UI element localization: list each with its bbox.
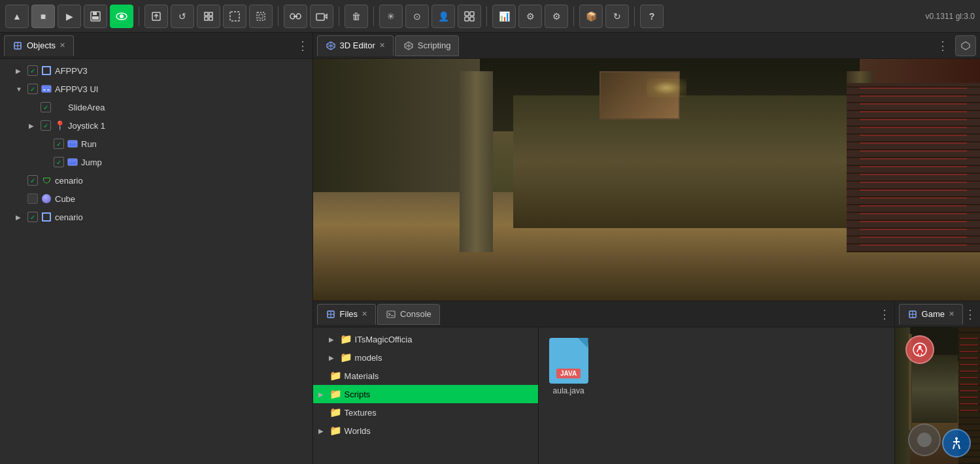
tree-item-jump[interactable]: ▶ ✓ Jump — [0, 153, 313, 171]
check-cenario1[interactable]: ✓ — [27, 175, 38, 186]
link-button[interactable] — [284, 5, 307, 28]
game-tab-label: Game — [922, 309, 945, 319]
icon-cenario1: 🛡 — [41, 174, 52, 186]
tree-item-afppv3-ui[interactable]: ▼ ✓ AFPPV3 UI — [0, 80, 313, 98]
refresh-button[interactable]: ↻ — [605, 5, 629, 28]
editor-3d-tab[interactable]: 3D Editor ✕ — [317, 35, 394, 56]
tree-item-run[interactable]: ▶ ✓ Run — [0, 135, 313, 153]
files-tree-item-textures[interactable]: ▶ 📁 Textures — [313, 403, 538, 422]
game-panel-menu[interactable]: ⋮ — [964, 307, 976, 322]
right-panel: 3D Editor ✕ Scripting ⋮ — [313, 33, 980, 464]
apk-button[interactable]: 📦 — [579, 5, 603, 28]
java-file-icon: JAVA — [549, 338, 588, 384]
circle-button[interactable]: ⊙ — [405, 5, 429, 28]
stop-button[interactable]: ■ — [31, 5, 55, 28]
files-panel-tabs: Files ✕ Console ⋮ — [313, 301, 894, 327]
icon-afppv3 — [41, 65, 52, 76]
files-tree: ▶ 📁 ITsMagicOfficia ▶ 📁 models ▶ 📁 — [313, 327, 539, 464]
svg-rect-10 — [209, 17, 212, 20]
accessibility-button[interactable] — [942, 429, 971, 457]
corridor-light — [647, 78, 686, 98]
multi-button[interactable] — [458, 5, 481, 28]
tree-item-joystick1[interactable]: ▶ ✓ 📍 Joystick 1 — [0, 116, 313, 135]
check-slidearea[interactable]: ✓ — [41, 102, 51, 112]
svg-line-42 — [918, 354, 919, 356]
files-tree-item-itsmagic[interactable]: ▶ 📁 ITsMagicOfficia — [313, 330, 538, 348]
arrow-afppv3-ui: ▼ — [16, 86, 25, 93]
files-tree-item-scripts[interactable]: ▶ 📁 Scripts — [313, 385, 538, 403]
select-button[interactable] — [223, 5, 246, 28]
tree-item-cenario1[interactable]: ▶ ✓ 🛡 cenario — [0, 171, 313, 190]
check-cenario2[interactable]: ✓ — [27, 212, 38, 222]
export-button[interactable] — [144, 5, 168, 28]
eye-button[interactable] — [110, 5, 133, 28]
files-tree-item-worlds[interactable]: ▶ 📁 Worlds — [313, 422, 538, 440]
chart-button[interactable]: 📊 — [492, 5, 516, 28]
check-joystick1[interactable]: ✓ — [41, 120, 51, 131]
icon-run — [67, 138, 78, 150]
icon-cenario2 — [41, 211, 52, 223]
label-cube: Cube — [55, 194, 75, 204]
game-tab-close[interactable]: ✕ — [949, 310, 955, 318]
editor-extra-button[interactable] — [955, 35, 976, 56]
files-tree-item-materials[interactable]: ▶ 📁 Materials — [313, 367, 538, 385]
trash-button[interactable]: 🗑 — [345, 5, 368, 28]
tree-item-afppv3[interactable]: ▶ ✓ AFPPV3 — [0, 61, 313, 80]
tree-item-cube[interactable]: ▶ Cube — [0, 190, 313, 208]
arrow-button[interactable]: ▲ — [5, 5, 29, 28]
game-viewport[interactable] — [895, 327, 980, 464]
objects-tab-close[interactable]: ✕ — [59, 41, 65, 50]
save-button[interactable] — [84, 5, 107, 28]
console-tab-icon — [386, 309, 396, 320]
check-cube[interactable] — [27, 193, 38, 204]
game-joystick-inner — [917, 433, 932, 447]
label-models: models — [355, 353, 382, 363]
svg-line-48 — [958, 444, 960, 449]
objects-tab-label: Objects — [27, 41, 56, 50]
camera-button[interactable] — [310, 5, 333, 28]
help-button[interactable]: ? — [640, 5, 664, 28]
settings2-button[interactable]: ⚙ — [545, 5, 568, 28]
java-file-item[interactable]: JAVA aula.java — [549, 338, 588, 395]
scripting-tab[interactable]: Scripting — [395, 35, 460, 56]
sep2 — [278, 7, 279, 26]
files-tab[interactable]: Files ✕ — [317, 304, 376, 325]
check-jump[interactable]: ✓ — [54, 157, 64, 167]
sun-button[interactable]: ✳ — [379, 5, 403, 28]
svg-rect-13 — [259, 14, 263, 18]
gear-button[interactable]: ⚙ — [518, 5, 542, 28]
move-button[interactable] — [249, 5, 273, 28]
svg-point-40 — [913, 343, 926, 356]
icon-worlds: 📁 — [330, 425, 342, 437]
files-panel-menu[interactable]: ⋮ — [879, 307, 890, 322]
check-afppv3-ui[interactable]: ✓ — [27, 84, 38, 94]
game-run-icon[interactable] — [905, 335, 934, 364]
label-scripts: Scripts — [345, 389, 371, 399]
objects-panel-menu[interactable]: ⋮ — [297, 39, 309, 53]
game-tab[interactable]: Game ✕ — [899, 304, 963, 325]
rotate-button[interactable]: ↺ — [171, 5, 194, 28]
editor-3d-viewport[interactable] — [313, 59, 980, 301]
editor-panel-menu[interactable]: ⋮ — [937, 39, 949, 53]
label-slidearea: SlideArea — [68, 103, 105, 112]
objects-tab[interactable]: Objects ✕ — [4, 35, 74, 56]
svg-rect-28 — [68, 141, 77, 147]
files-tree-item-models[interactable]: ▶ 📁 models — [313, 348, 538, 367]
person-button[interactable]: 👤 — [431, 5, 455, 28]
scripting-tab-icon — [403, 41, 414, 51]
check-afppv3[interactable]: ✓ — [27, 65, 38, 76]
icon-afppv3-ui — [41, 83, 52, 95]
files-tab-close[interactable]: ✕ — [362, 310, 367, 318]
play-button[interactable]: ▶ — [58, 5, 81, 28]
tree-item-slidearea[interactable]: ▶ ✓ SlideArea — [0, 98, 313, 116]
fullscreen-expand-button[interactable] — [197, 5, 220, 28]
java-badge: JAVA — [556, 369, 581, 378]
bottom-section: Files ✕ Console ⋮ — [313, 301, 980, 464]
editor-3d-tab-close[interactable]: ✕ — [379, 41, 385, 50]
game-joystick[interactable] — [908, 423, 941, 456]
check-run[interactable]: ✓ — [54, 139, 64, 149]
console-tab[interactable]: Console — [377, 304, 440, 325]
game-bookshelf — [960, 334, 979, 416]
label-cenario2: cenario — [55, 212, 83, 222]
tree-item-cenario2[interactable]: ▶ ✓ cenario — [0, 208, 313, 226]
